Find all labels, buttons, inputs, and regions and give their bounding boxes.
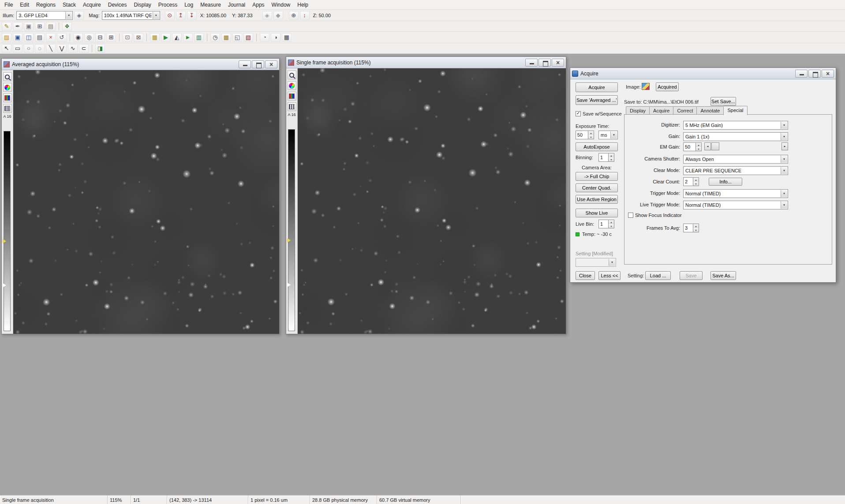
z-move-icon[interactable]: ↕: [300, 11, 310, 20]
center-quad-button[interactable]: Center Quad.: [576, 183, 618, 192]
less-button[interactable]: Less <<: [598, 271, 621, 280]
menu-stack[interactable]: Stack: [59, 1, 79, 9]
camera-shutter-select[interactable]: Always Open: [683, 155, 788, 164]
minimize-button[interactable]: [795, 70, 808, 78]
live-trigger-mode-select[interactable]: Normal (TIMED): [683, 201, 788, 209]
zoom-tool-icon[interactable]: [3, 72, 12, 81]
filter-icon[interactable]: ◔: [260, 33, 269, 42]
maximize-button[interactable]: [808, 70, 821, 78]
focus-icon[interactable]: ⊕: [289, 11, 299, 20]
stage-up-icon[interactable]: ↥: [176, 11, 186, 20]
menu-display[interactable]: Display: [130, 1, 154, 9]
use-active-region-button[interactable]: Use Active Region: [576, 195, 618, 204]
info-button[interactable]: Info...: [709, 178, 742, 186]
menu-journal[interactable]: Journal: [224, 1, 249, 9]
timelapse-icon[interactable]: ◷: [210, 33, 220, 42]
exposure-unit-select[interactable]: ms: [598, 131, 618, 139]
open-image-icon[interactable]: ▨: [2, 33, 11, 42]
menu-acquire[interactable]: Acquire: [79, 1, 105, 9]
chevron-down-icon[interactable]: [781, 167, 787, 174]
em-gain-slider-right[interactable]: [781, 142, 788, 150]
calculator-icon[interactable]: ⊞: [35, 22, 45, 31]
curve-region-icon[interactable]: ∿: [68, 44, 78, 53]
minimize-button[interactable]: [525, 59, 538, 67]
menu-devices[interactable]: Devices: [105, 1, 131, 9]
freehand-region-icon[interactable]: ◌: [35, 44, 45, 53]
revert-icon[interactable]: ↺: [57, 33, 67, 42]
display-high-marker[interactable]: [287, 283, 291, 287]
save-averaged-button[interactable]: Save 'Averaged ...': [576, 95, 618, 105]
spinner-arrows[interactable]: [693, 177, 699, 186]
calibrate-pencil-icon[interactable]: ✎: [2, 22, 11, 31]
digitizer-select[interactable]: 5 MHz (EM Gain): [683, 121, 788, 130]
em-gain-slider-left[interactable]: [704, 142, 711, 150]
maximize-button[interactable]: [538, 59, 551, 67]
lut-color-icon[interactable]: [3, 83, 12, 92]
dialog-titlebar[interactable]: Acquire: [570, 68, 836, 79]
menu-regions[interactable]: Regions: [33, 1, 59, 9]
save-all-icon[interactable]: ◫: [24, 33, 34, 42]
transfer-region-icon[interactable]: ◨: [95, 44, 105, 53]
spinner-arrows[interactable]: [608, 220, 614, 228]
em-gain-input[interactable]: 50: [683, 142, 702, 151]
device-stream-icon[interactable]: ▧: [243, 33, 253, 42]
autoexpose-button[interactable]: AutoExpose: [576, 142, 618, 151]
chevron-down-icon[interactable]: [610, 131, 617, 138]
exposure-input[interactable]: 50: [576, 131, 594, 139]
chevron-down-icon[interactable]: [153, 12, 159, 19]
histogram-icon[interactable]: ▥: [194, 33, 204, 42]
zoom-tool-icon[interactable]: [288, 71, 296, 79]
chevron-down-icon[interactable]: [781, 156, 787, 163]
live-view-icon[interactable]: ►: [183, 33, 193, 42]
spinner-arrows[interactable]: [693, 224, 699, 232]
clipboard-icon[interactable]: ▤: [46, 22, 56, 31]
clear-mode-select[interactable]: CLEAR PRE SEQUENCE: [683, 166, 788, 175]
stage-mark-icon[interactable]: ⊙: [165, 11, 175, 20]
set-save-button[interactable]: Set Save...: [710, 97, 736, 106]
display-high-marker[interactable]: [3, 283, 6, 287]
menu-help[interactable]: Help: [294, 1, 312, 9]
menu-measure[interactable]: Measure: [197, 1, 224, 9]
save-image-icon[interactable]: ▣: [13, 33, 22, 42]
lut-bars-icon[interactable]: [288, 92, 296, 101]
snap-camera-icon[interactable]: ◉: [73, 33, 83, 42]
image-viewport[interactable]: [298, 68, 566, 334]
chevron-down-icon[interactable]: [609, 259, 615, 266]
menu-edit[interactable]: Edit: [16, 1, 33, 9]
histogram-scale-icon[interactable]: [288, 102, 296, 111]
full-chip-button[interactable]: -> Full Chip: [576, 172, 618, 181]
line-region-icon[interactable]: ╲: [46, 44, 56, 53]
threshold-icon[interactable]: ◑: [271, 33, 280, 42]
acquired-button[interactable]: Acquired: [656, 82, 679, 91]
stamp-icon[interactable]: ▣: [24, 22, 34, 31]
chevron-down-icon[interactable]: [781, 190, 787, 197]
gain-select[interactable]: Gain 1 (1x): [683, 132, 788, 141]
tab-correct[interactable]: Correct: [673, 106, 697, 115]
screen-acquire-icon[interactable]: ⊞: [106, 33, 116, 42]
duplicate-region-icon[interactable]: ⊡: [123, 33, 132, 42]
setting-select[interactable]: [576, 258, 616, 267]
tab-special[interactable]: Special: [723, 106, 747, 115]
save-w-sequence-checkbox[interactable]: [576, 111, 581, 116]
chevron-down-icon[interactable]: [781, 202, 787, 209]
menu-file[interactable]: File: [1, 1, 16, 9]
menu-log[interactable]: Log: [181, 1, 197, 9]
close-button[interactable]: [552, 59, 564, 67]
rect-region-icon[interactable]: ▭: [13, 44, 22, 53]
stage-down-icon[interactable]: ↧: [187, 11, 197, 20]
light-path-icon[interactable]: ◈: [74, 11, 84, 20]
stream-camera-icon[interactable]: ◎: [84, 33, 94, 42]
lut-bars-icon[interactable]: [3, 93, 12, 102]
window-titlebar[interactable]: Averaged acquisition (115%): [2, 59, 279, 70]
illum-select[interactable]: 3. GFP LED4: [16, 11, 73, 20]
tab-acquire[interactable]: Acquire: [649, 106, 673, 115]
overlay-icon[interactable]: ▦: [150, 33, 160, 42]
show-live-button[interactable]: Show Live: [576, 209, 618, 217]
annotate-pen-icon[interactable]: ✒: [13, 22, 22, 31]
close-button[interactable]: [265, 60, 277, 68]
display-low-marker[interactable]: [287, 238, 291, 243]
chevron-down-icon[interactable]: [781, 122, 787, 129]
spinner-arrows[interactable]: [695, 142, 702, 151]
display-range-gradient[interactable]: [288, 129, 295, 331]
acquired-image-icon[interactable]: [642, 83, 650, 90]
